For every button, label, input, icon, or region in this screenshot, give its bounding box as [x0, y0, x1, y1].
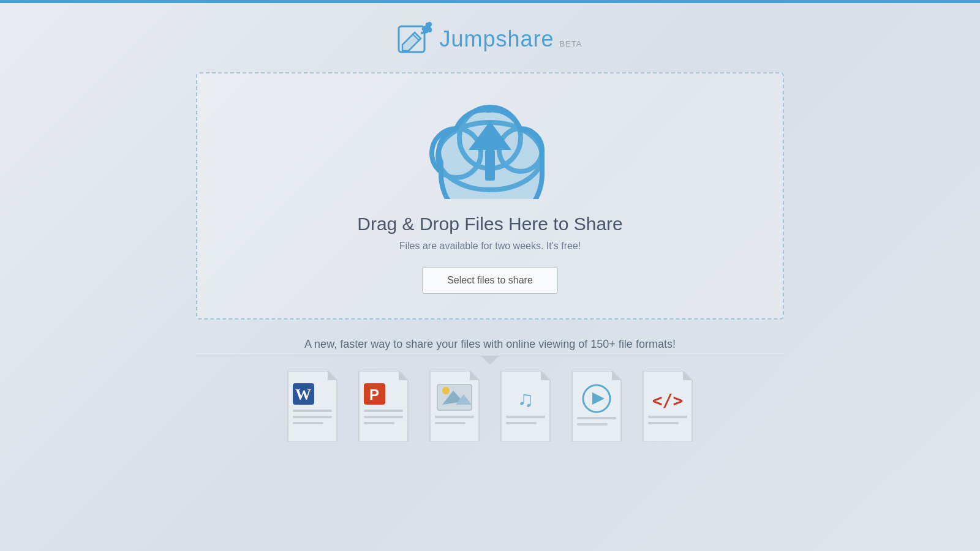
svg-text:P: P: [369, 386, 379, 403]
svg-text:</>: </>: [652, 391, 684, 411]
image-icon: [424, 371, 485, 441]
svg-point-22: [442, 387, 450, 394]
powerpoint-icon: P: [353, 371, 414, 441]
logo-icon: [398, 21, 433, 57]
svg-text:W: W: [295, 386, 311, 403]
svg-rect-34: [648, 422, 679, 424]
svg-rect-11: [293, 410, 332, 412]
logo: Jumpshare BETA: [398, 21, 582, 57]
file-icons-row: W P: [282, 371, 698, 441]
svg-text:♫: ♫: [518, 386, 534, 411]
header: Jumpshare BETA: [398, 21, 582, 57]
svg-rect-17: [364, 416, 403, 418]
top-bar: [0, 0, 980, 3]
drag-drop-subtitle: Files are available for two weeks. It's …: [399, 241, 581, 252]
audio-icon: ♫: [495, 371, 556, 441]
divider: [196, 356, 784, 365]
svg-rect-33: [648, 416, 687, 418]
svg-rect-23: [435, 416, 474, 418]
svg-rect-16: [364, 410, 403, 412]
svg-rect-7: [485, 150, 495, 181]
chevron-down-icon: [481, 356, 499, 365]
svg-rect-13: [293, 422, 323, 424]
svg-rect-18: [364, 422, 394, 424]
description-text: A new, faster way to share your files wi…: [304, 338, 676, 351]
logo-text: Jumpshare: [439, 26, 554, 52]
svg-rect-31: [577, 423, 608, 425]
beta-badge: BETA: [560, 39, 582, 48]
code-icon: </>: [637, 371, 698, 441]
dropzone[interactable]: Drag & Drop Files Here to Share Files ar…: [196, 72, 784, 320]
cloud-upload-icon: [423, 92, 557, 201]
video-icon: [566, 371, 627, 441]
word-icon: W: [282, 371, 343, 441]
select-files-button[interactable]: Select files to share: [422, 267, 558, 294]
svg-rect-26: [506, 416, 545, 418]
svg-rect-27: [506, 422, 537, 424]
svg-rect-30: [577, 417, 616, 419]
drag-drop-title: Drag & Drop Files Here to Share: [357, 214, 623, 234]
svg-rect-24: [435, 422, 466, 424]
svg-rect-12: [293, 416, 332, 418]
